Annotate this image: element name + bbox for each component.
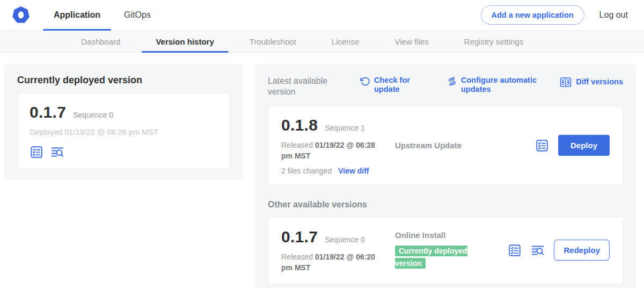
add-new-application-button[interactable]: Add a new application	[481, 5, 584, 25]
latest-sequence-label: Sequence 1	[325, 124, 365, 132]
check-for-update-label: Check for update	[374, 76, 423, 95]
view-diff-link[interactable]: View diff	[338, 167, 369, 175]
subnav-item-version-history[interactable]: Version history	[142, 31, 228, 52]
release-notes-checklist-icon[interactable]	[30, 145, 43, 159]
tab-application[interactable]: Application	[42, 0, 112, 30]
other-version-row: 0.1.7 Sequence 0	[281, 228, 395, 246]
currently-deployed-panel: Currently deployed version 0.1.7 Sequenc…	[4, 64, 243, 180]
diff-versions-button[interactable]: Diff versions	[559, 76, 623, 89]
subnav-troubleshoot-label: Troubleshoot	[250, 37, 296, 46]
latest-version-source: Upstream Update	[395, 141, 535, 150]
deployed-timestamp: Deployed 01/19/22 @ 06:26 pm MST	[30, 128, 218, 136]
deploy-button[interactable]: Deploy	[558, 135, 610, 156]
currently-deployed-badge: Currently deployed version	[395, 246, 467, 269]
subnav-item-license[interactable]: License	[318, 31, 374, 52]
app-logo-heptagon-icon	[12, 6, 30, 24]
subnav-registry-settings-label: Registry settings	[464, 37, 524, 46]
files-changed-label: 2 files changed	[281, 167, 332, 175]
redeploy-button[interactable]: Redeploy	[554, 240, 610, 261]
deployed-version-row: 0.1.7 Sequence 0	[30, 103, 218, 121]
currently-deployed-badge-wrap: Currently deployed version	[395, 244, 482, 270]
latest-version-card: 0.1.8 Sequence 1 Released 01/19/22 @ 06:…	[268, 106, 623, 185]
release-notes-checklist-icon[interactable]	[508, 243, 522, 257]
clock-auto-update-icon	[447, 76, 457, 87]
other-version-actions: Redeploy	[508, 240, 610, 261]
deployed-version-card: 0.1.7 Sequence 0 Deployed 01/19/22 @ 06:…	[17, 93, 230, 169]
tab-gitops-label: GitOps	[124, 10, 151, 20]
latest-version-actions: Deploy	[535, 135, 610, 156]
diff-columns-icon	[559, 76, 572, 89]
available-versions-panel: Latest available version Check for updat…	[255, 64, 636, 288]
tab-gitops[interactable]: GitOps	[112, 0, 163, 30]
main-content: Currently deployed version 0.1.7 Sequenc…	[0, 53, 644, 288]
latest-files-row: 2 files changed View diff	[281, 167, 395, 175]
latest-version-info: 0.1.8 Sequence 1 Released 01/19/22 @ 06:…	[281, 116, 395, 175]
subnav-dashboard-label: Dashboard	[81, 37, 120, 46]
view-logs-magnifier-icon[interactable]	[531, 243, 545, 257]
configure-automatic-updates-label: Configure automatic updates	[461, 76, 547, 95]
app-subnav: Dashboard Version history Troubleshoot L…	[0, 31, 644, 53]
subnav-item-dashboard[interactable]: Dashboard	[67, 31, 134, 52]
other-available-versions-title: Other available versions	[268, 200, 623, 210]
check-for-update-button[interactable]: Check for update	[360, 76, 423, 95]
topbar-right: Add a new application Log out	[481, 0, 628, 30]
release-notes-checklist-icon[interactable]	[535, 139, 549, 153]
latest-available-title: Latest available version	[268, 76, 346, 97]
tab-application-label: Application	[54, 10, 100, 20]
view-logs-magnifier-icon[interactable]	[50, 145, 64, 159]
logout-link[interactable]: Log out	[599, 10, 628, 20]
released-label: Released	[281, 253, 313, 261]
other-version-card: 0.1.7 Sequence 0 Released 01/19/22 @ 06:…	[268, 217, 623, 285]
subnav-view-files-label: View files	[394, 37, 428, 46]
released-label: Released	[281, 141, 313, 149]
subnav-version-history-label: Version history	[156, 37, 214, 46]
other-sequence-label: Sequence 0	[325, 235, 365, 244]
available-panel-header: Latest available version Check for updat…	[268, 76, 623, 97]
latest-version-number: 0.1.8	[281, 116, 318, 134]
other-version-number: 0.1.7	[281, 228, 318, 246]
deployed-version-number: 0.1.7	[30, 103, 66, 121]
deployed-panel-title: Currently deployed version	[17, 75, 230, 86]
subnav-item-view-files[interactable]: View files	[380, 31, 442, 52]
refresh-circular-arrow-icon	[360, 76, 370, 87]
deployed-sequence-label: Sequence 0	[73, 111, 113, 119]
app-logo[interactable]	[0, 0, 42, 30]
top-bar: Application GitOps Add a new application…	[0, 0, 644, 31]
latest-version-row: 0.1.8 Sequence 1	[281, 116, 395, 134]
install-type-label: Online Install	[395, 231, 508, 240]
subnav-item-registry-settings[interactable]: Registry settings	[450, 31, 538, 52]
topbar-spacer	[163, 0, 481, 30]
subnav-license-label: License	[332, 37, 360, 46]
configure-automatic-updates-button[interactable]: Configure automatic updates	[447, 76, 547, 95]
deployed-card-actions	[30, 145, 218, 159]
other-released-timestamp: Released 01/19/22 @ 06:20 pm MST	[281, 251, 377, 273]
latest-released-timestamp: Released 01/19/22 @ 06:28 pm MST	[281, 140, 377, 162]
diff-versions-label: Diff versions	[576, 77, 623, 87]
other-version-source: Online Install Currently deployed versio…	[395, 231, 508, 270]
other-version-info: 0.1.7 Sequence 0 Released 01/19/22 @ 06:…	[281, 228, 395, 273]
subnav-item-troubleshoot[interactable]: Troubleshoot	[236, 31, 310, 52]
